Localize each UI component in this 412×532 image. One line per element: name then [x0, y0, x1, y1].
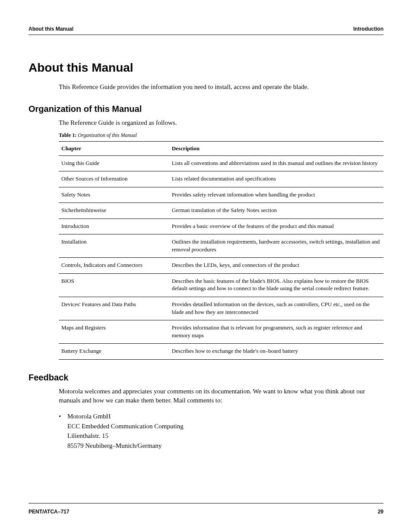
table-row: Using this GuideLists all conventions an… — [59, 155, 383, 171]
cell-description: Describes the basic features of the blad… — [169, 273, 383, 297]
table-row: Controls, Indicators and ConnectorsDescr… — [59, 258, 383, 274]
table-row: BIOSDescribes the basic features of the … — [59, 273, 383, 297]
header-left: About this Manual — [29, 26, 73, 32]
table-row: Maps and RegistersProvides information t… — [59, 320, 383, 344]
address-line: Lilienthalstr. 15 — [67, 432, 108, 439]
table-row: Other Sources of InformationLists relate… — [59, 171, 383, 187]
table-caption: Table 1: Organization of this Manual — [59, 132, 383, 139]
cell-description: Provides detailled information on the de… — [169, 297, 383, 320]
cell-chapter: Devices' Features and Data Paths — [59, 297, 169, 320]
page-title: About this Manual — [29, 61, 383, 75]
table-row: Devices' Features and Data PathsProvides… — [59, 297, 383, 320]
cell-chapter: Using this Guide — [59, 155, 169, 171]
address-line: Motorola GmbH — [67, 413, 111, 420]
cell-description: Provides safety relevant information whe… — [169, 187, 383, 203]
cell-description: Lists related documentation and specific… — [169, 171, 383, 187]
header-right: Introduction — [353, 26, 383, 32]
table-row: SicherheitshinweiseGerman translation of… — [59, 203, 383, 219]
address-line: 85579 Neubiberg–Munich/Germany — [67, 442, 162, 449]
cell-chapter: Maps and Registers — [59, 320, 169, 344]
cell-chapter: Safety Notes — [59, 187, 169, 203]
cell-description: Provides information that is relevant fo… — [169, 320, 383, 344]
cell-description: German translation of the Safety Notes s… — [169, 203, 383, 219]
footer-page-number: 29 — [378, 509, 383, 515]
cell-description: Provides a basic overview of the feature… — [169, 218, 383, 234]
cell-description: Describes how to exchange the blade's on… — [169, 344, 383, 360]
page-footer: PENT/ATCA–717 29 — [29, 503, 383, 515]
table-row: IntroductionProvides a basic overview of… — [59, 218, 383, 234]
address-list: Motorola GmbH ECC Embedded Communication… — [59, 412, 383, 450]
table-row: Safety NotesProvides safety relevant inf… — [59, 187, 383, 203]
table-caption-title: Organization of this Manual — [78, 132, 137, 138]
cell-chapter: Other Sources of Information — [59, 171, 169, 187]
address-line: ECC Embedded Communication Computing — [67, 423, 184, 430]
list-item: Motorola GmbH ECC Embedded Communication… — [59, 412, 383, 450]
table-header-description: Description — [169, 141, 383, 155]
feedback-paragraph: Motorola welcomes and appreciates your c… — [59, 387, 383, 406]
cell-description: Outlines the installation requirements, … — [169, 234, 383, 258]
cell-description: Describes the LEDs, keys, and connectors… — [169, 258, 383, 274]
table-header-chapter: Chapter — [59, 141, 169, 155]
page-header: About this Manual Introduction — [29, 26, 383, 35]
intro-paragraph: This Reference Guide provides the inform… — [59, 82, 383, 92]
cell-chapter: Controls, Indicators and Connectors — [59, 258, 169, 274]
feedback-heading: Feedback — [29, 373, 383, 383]
cell-description: Lists all conventions and abbreviations … — [169, 155, 383, 171]
org-paragraph: The Reference Guide is organized as foll… — [59, 118, 383, 128]
cell-chapter: Installation — [59, 234, 169, 258]
cell-chapter: Sicherheitshinweise — [59, 203, 169, 219]
table-row: Battery ExchangeDescribes how to exchang… — [59, 344, 383, 360]
org-heading: Organization of this Manual — [29, 104, 383, 114]
cell-chapter: BIOS — [59, 273, 169, 297]
cell-chapter: Battery Exchange — [59, 344, 169, 360]
organization-table: Chapter Description Using this GuideList… — [59, 141, 383, 360]
table-row: InstallationOutlines the installation re… — [59, 234, 383, 258]
cell-chapter: Introduction — [59, 218, 169, 234]
table-caption-label: Table 1: — [59, 132, 76, 138]
footer-left: PENT/ATCA–717 — [29, 509, 69, 515]
